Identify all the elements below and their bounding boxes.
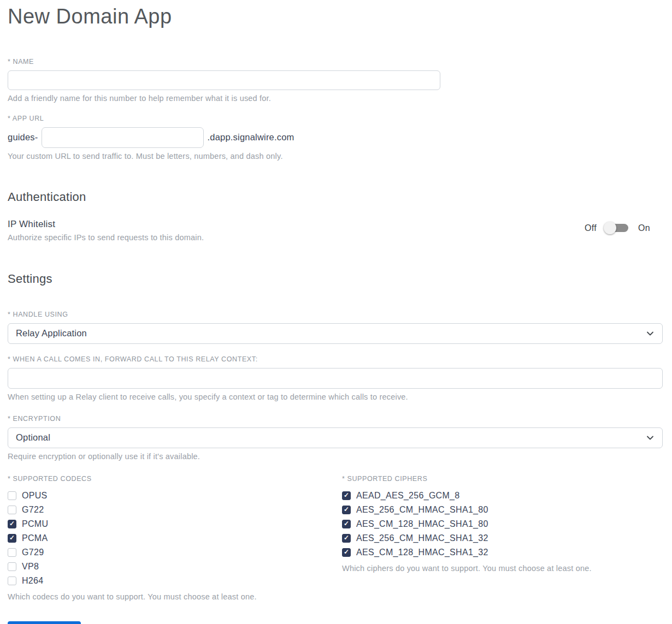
codec-checkbox-row[interactable]: ✓ OPUS <box>8 489 342 503</box>
app-url-row: guides- .dapp.signalwire.com <box>8 127 663 148</box>
app-url-label: * APP URL <box>8 115 663 122</box>
chevron-down-icon <box>646 433 655 442</box>
save-button[interactable]: Save <box>8 621 81 624</box>
cipher-label: AES_256_CM_HMAC_SHA1_80 <box>356 505 488 515</box>
encryption-selected-value: Optional <box>16 432 50 443</box>
checkbox[interactable]: ✓ <box>342 520 351 528</box>
ip-whitelist-text: IP Whitelist Authorize specific IPs to s… <box>8 219 204 242</box>
codecs-list: ✓ OPUS ✓ G722 ✓ PCMU ✓ PCMA ✓ G729 <box>8 489 342 588</box>
checkbox[interactable]: ✓ <box>8 577 16 585</box>
toggle-on-label: On <box>638 223 650 233</box>
name-input[interactable] <box>8 70 440 90</box>
encryption-label: * ENCRYPTION <box>8 415 663 423</box>
checkbox[interactable]: ✓ <box>342 506 351 514</box>
checkbox[interactable]: ✓ <box>8 534 16 543</box>
codec-checkbox-row[interactable]: ✓ G729 <box>8 545 342 560</box>
checkbox[interactable]: ✓ <box>8 491 16 500</box>
handle-using-field-group: * HANDLE USING Relay Application <box>8 311 663 344</box>
checkmark-icon: ✓ <box>344 492 349 498</box>
handle-using-selected-value: Relay Application <box>16 328 87 338</box>
checkbox[interactable]: ✓ <box>342 548 351 557</box>
codec-cipher-columns: * SUPPORTED CODECS ✓ OPUS ✓ G722 ✓ PCMU … <box>8 475 663 601</box>
encryption-select[interactable]: Optional <box>8 427 663 448</box>
app-url-prefix: guides- <box>8 132 38 142</box>
encryption-field-group: * ENCRYPTION Optional Require encryption… <box>8 415 663 461</box>
codec-label: G729 <box>22 548 44 557</box>
checkbox[interactable]: ✓ <box>8 520 16 528</box>
cipher-checkbox-row[interactable]: ✓ AES_CM_128_HMAC_SHA1_80 <box>342 517 663 531</box>
app-url-suffix: .dapp.signalwire.com <box>208 132 294 142</box>
cipher-label: AES_256_CM_HMAC_SHA1_32 <box>356 533 488 543</box>
checkmark-icon: ✓ <box>9 534 15 541</box>
ip-whitelist-row: IP Whitelist Authorize specific IPs to s… <box>8 219 663 242</box>
checkmark-icon: ✓ <box>344 534 349 541</box>
checkbox[interactable]: ✓ <box>8 506 16 514</box>
supported-ciphers-label: * SUPPORTED CIPHERS <box>342 475 663 483</box>
codecs-helper: Which codecs do you want to support. You… <box>8 592 342 601</box>
app-url-input[interactable] <box>42 127 204 148</box>
authentication-heading: Authentication <box>8 190 663 204</box>
toggle-off-label: Off <box>585 223 597 233</box>
ciphers-helper: Which ciphers do you want to support. Yo… <box>342 564 663 573</box>
codec-checkbox-row[interactable]: ✓ H264 <box>8 574 342 588</box>
codec-checkbox-row[interactable]: ✓ PCMU <box>8 517 342 531</box>
encryption-helper: Require encryption or optionally use it … <box>8 452 663 461</box>
relay-context-helper: When setting up a Relay client to receiv… <box>8 393 663 401</box>
ip-whitelist-toggle-group: Off On <box>585 223 650 233</box>
ip-whitelist-label: IP Whitelist <box>8 219 204 230</box>
codec-checkbox-row[interactable]: ✓ G722 <box>8 503 342 517</box>
codec-label: VP8 <box>22 562 39 572</box>
checkmark-icon: ✓ <box>9 520 15 527</box>
cipher-label: AES_CM_128_HMAC_SHA1_32 <box>356 548 488 557</box>
cipher-checkbox-row[interactable]: ✓ AES_CM_128_HMAC_SHA1_32 <box>342 545 663 560</box>
relay-context-field-group: * WHEN A CALL COMES IN, FORWARD CALL TO … <box>8 355 663 401</box>
ip-whitelist-toggle[interactable] <box>605 224 628 232</box>
supported-ciphers-group: * SUPPORTED CIPHERS ✓ AEAD_AES_256_GCM_8… <box>342 475 663 601</box>
name-field-group: * NAME Add a friendly name for this numb… <box>8 58 663 103</box>
cipher-checkbox-row[interactable]: ✓ AES_256_CM_HMAC_SHA1_32 <box>342 531 663 545</box>
ip-whitelist-helper: Authorize specific IPs to send requests … <box>8 233 204 242</box>
chevron-down-icon <box>646 329 655 338</box>
checkmark-icon: ✓ <box>344 520 349 527</box>
toggle-knob-icon <box>604 222 616 234</box>
codec-label: OPUS <box>22 491 48 501</box>
codec-checkbox-row[interactable]: ✓ PCMA <box>8 531 342 545</box>
checkmark-icon: ✓ <box>344 506 349 513</box>
handle-using-label: * HANDLE USING <box>8 311 663 318</box>
checkbox[interactable]: ✓ <box>8 562 16 571</box>
checkbox[interactable]: ✓ <box>8 548 16 557</box>
relay-context-label: * WHEN A CALL COMES IN, FORWARD CALL TO … <box>8 355 663 363</box>
cipher-checkbox-row[interactable]: ✓ AEAD_AES_256_GCM_8 <box>342 489 663 503</box>
ciphers-list: ✓ AEAD_AES_256_GCM_8 ✓ AES_256_CM_HMAC_S… <box>342 489 663 560</box>
supported-codecs-group: * SUPPORTED CODECS ✓ OPUS ✓ G722 ✓ PCMU … <box>8 475 342 601</box>
supported-codecs-label: * SUPPORTED CODECS <box>8 475 342 483</box>
codec-label: H264 <box>22 576 43 586</box>
new-domain-app-page: New Domain App * NAME Add a friendly nam… <box>0 0 672 624</box>
page-title: New Domain App <box>8 4 663 29</box>
handle-using-select[interactable]: Relay Application <box>8 323 663 344</box>
name-label: * NAME <box>8 58 663 66</box>
name-helper: Add a friendly name for this number to h… <box>8 94 663 103</box>
app-url-field-group: * APP URL guides- .dapp.signalwire.com Y… <box>8 115 663 161</box>
codec-label: PCMU <box>22 519 48 529</box>
checkbox[interactable]: ✓ <box>342 491 351 500</box>
app-url-helper: Your custom URL to send traffic to. Must… <box>8 152 663 161</box>
codec-label: PCMA <box>22 533 48 543</box>
checkmark-icon: ✓ <box>344 549 349 555</box>
checkbox[interactable]: ✓ <box>342 534 351 543</box>
codec-checkbox-row[interactable]: ✓ VP8 <box>8 560 342 574</box>
cipher-label: AEAD_AES_256_GCM_8 <box>356 491 460 501</box>
codec-label: G722 <box>22 505 44 515</box>
cipher-checkbox-row[interactable]: ✓ AES_256_CM_HMAC_SHA1_80 <box>342 503 663 517</box>
cipher-label: AES_CM_128_HMAC_SHA1_80 <box>356 519 488 529</box>
settings-heading: Settings <box>8 272 663 286</box>
relay-context-input[interactable] <box>8 368 663 389</box>
